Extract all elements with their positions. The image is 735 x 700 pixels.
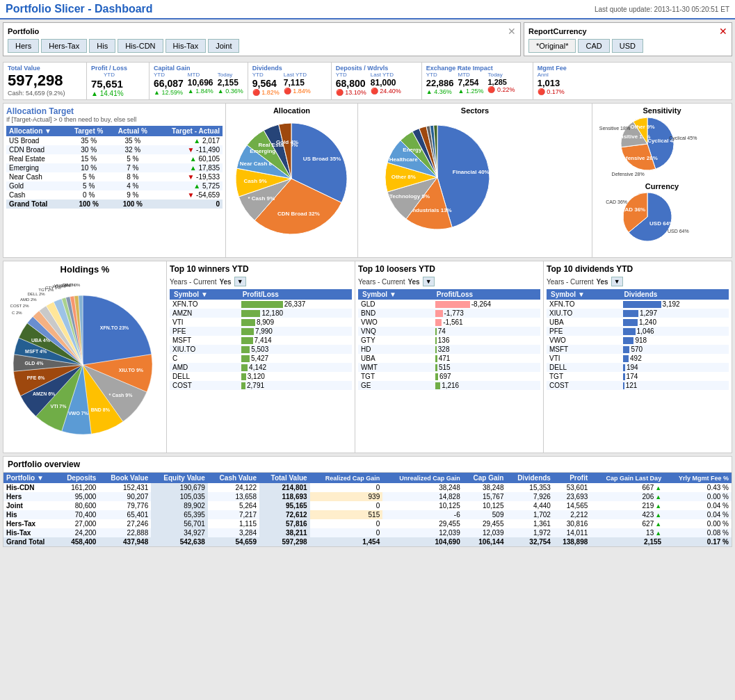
div-value: 194: [620, 363, 729, 372]
winner-value: 5,427: [239, 354, 352, 363]
sectors-title: Sectors: [361, 106, 589, 115]
ov-total-realized: 1,454: [310, 537, 383, 546]
portfolio-close-icon[interactable]: ✕: [508, 26, 516, 37]
div-symbol: TGT: [547, 372, 620, 381]
portfolio-button[interactable]: Hers-Tax: [41, 39, 87, 53]
deposits-ytd: 68,800: [336, 78, 366, 89]
portfolio-button[interactable]: His-CDN: [118, 39, 163, 53]
ov-dividends: 4,440: [506, 501, 553, 510]
svg-text:MSFT 4%: MSFT 4%: [25, 349, 47, 354]
loosers-filter-btn[interactable]: ▼: [423, 277, 435, 286]
alloc-diff: ▼ -11,490: [155, 145, 223, 154]
alloc-target: 5 %: [67, 181, 111, 190]
exchange-mtd: 7,254: [458, 78, 484, 88]
loosers-filter-yes: Yes: [407, 278, 419, 286]
ov-portfolio: His-CDN: [3, 483, 57, 492]
exchange-ytd: 22,886: [426, 78, 454, 88]
div-value: 570: [620, 345, 729, 354]
currency-button[interactable]: USD: [612, 39, 643, 53]
ov-total-value: 214,801: [259, 483, 310, 492]
portfolio-button[interactable]: Hers: [8, 39, 39, 53]
report-currency-label: ReportCurrency: [528, 27, 587, 35]
winner-value: 2,791: [239, 381, 352, 390]
ov-realized-cap: 939: [310, 492, 383, 501]
allocation-panel: Allocation Target If [Target-Actual] > 0…: [3, 104, 226, 257]
portfolio-button[interactable]: Joint: [208, 39, 239, 53]
portfolio-button[interactable]: His-Tax: [165, 39, 207, 53]
dividends-row: PFE 1,046: [547, 327, 729, 336]
loosers-title: Top 10 loosers YTD: [358, 264, 540, 274]
currency-title: Currency: [595, 182, 729, 190]
report-currency-panel: ReportCurrency ✕ *Original*CADUSD: [524, 22, 732, 56]
div-value: 1,240: [620, 318, 729, 327]
deposits-label: Deposits / Wdrvls: [336, 65, 417, 72]
ov-total-unrealized: 104,690: [382, 537, 463, 546]
svg-text:* Cash 9%: * Cash 9%: [109, 393, 134, 398]
loosers-table: Symbol ▼ Profit/Loss GLD -8,264 BND -1,7…: [358, 289, 540, 390]
dividends-ytd: 9,564: [252, 78, 280, 89]
div-value: 121: [620, 381, 729, 390]
loosers-row: GTY 136: [358, 336, 540, 345]
dividends-table-title: Top 10 dividends YTD: [547, 264, 729, 274]
ov-unrealized-cap: 10,125: [382, 501, 463, 510]
allocation-row: US Broad 35 % 35 % ▲ 2,017: [6, 136, 223, 145]
alloc-name: Near Cash: [6, 172, 67, 181]
looser-symbol: HD: [358, 345, 433, 354]
looser-value: 471: [433, 354, 540, 363]
alloc-target: 35 %: [67, 136, 111, 145]
ov-book-value: 65,401: [99, 510, 151, 519]
ov-mgmt-fee: 0.00 %: [664, 519, 732, 528]
winners-row: PFE 7,990: [170, 327, 352, 336]
looser-symbol: BND: [358, 309, 433, 318]
alloc-actual: 8 %: [111, 172, 155, 181]
total-value-box: Total Value 597,298 Cash: 54,659 (9.2%): [3, 63, 87, 99]
ov-total-value: 118,693: [259, 492, 310, 501]
div-symbol: COST: [547, 381, 620, 390]
svg-text:VTI 7%: VTI 7%: [51, 404, 67, 409]
dividends-filter-row: Years - Current Yes ▼: [547, 277, 729, 286]
ov-unrealized-cap: 38,248: [382, 483, 463, 492]
profit-loss-label: Profit / Loss: [91, 65, 127, 72]
ov-mgmt-fee: 0.04 %: [664, 501, 732, 510]
overview-section: Portfolio overview Portfolio ▼ Deposits …: [3, 456, 732, 547]
ov-total-profit: 138,898: [554, 537, 590, 546]
alloc-actual: 4 %: [111, 181, 155, 190]
allocation-chart-title: Allocation: [229, 106, 355, 115]
ov-cap-gain: 509: [463, 510, 507, 519]
loosers-row: VNQ 74: [358, 327, 540, 336]
looser-value: 1,216: [433, 381, 540, 390]
looser-symbol: TGT: [358, 372, 433, 381]
currency-button[interactable]: CAD: [578, 39, 609, 53]
overview-row: Hers-Tax 27,000 27,246 56,701 1,115 57,8…: [3, 519, 732, 528]
ov-equity-value: 105,035: [151, 492, 208, 501]
div-symbol: XFN.TO: [547, 300, 620, 309]
holdings-chart-area: Holdings % XFN.TO 23%XIU.TO 9%* Cash 9%B…: [3, 261, 167, 453]
portfolio-button[interactable]: His: [89, 39, 115, 53]
allocation-row: Gold 5 % 4 % ▲ 5,725: [6, 181, 223, 190]
loosers-row: TGT 697: [358, 372, 540, 381]
looser-value: 136: [433, 336, 540, 345]
ov-cap-gain-last: 206 ▲: [590, 492, 664, 501]
winners-filter-btn[interactable]: ▼: [234, 277, 246, 286]
ov-deposits: 80,600: [57, 501, 99, 510]
winner-symbol: VTI: [170, 318, 239, 327]
alloc-name: Cash: [6, 190, 67, 200]
total-value-label: Total Value: [8, 65, 82, 72]
ov-dividends: 1,361: [506, 519, 553, 528]
looser-symbol: GE: [358, 381, 433, 390]
winner-symbol: MSFT: [170, 336, 239, 345]
dividends-filter-btn[interactable]: ▼: [611, 277, 623, 286]
looser-value: 328: [433, 345, 540, 354]
ov-equity-value: 89,902: [151, 501, 208, 510]
winner-symbol: AMD: [170, 363, 239, 372]
dividends-row: VWO 918: [547, 336, 729, 345]
ov-total-value: 57,816: [259, 519, 310, 528]
svg-text:C 2%: C 2%: [12, 311, 22, 315]
ov-profit: 2,212: [554, 510, 590, 519]
currency-button[interactable]: *Original*: [528, 39, 576, 53]
overview-row: Hers 95,000 90,207 105,035 13,658 118,69…: [3, 492, 732, 501]
svg-text:COST 2%: COST 2%: [10, 304, 30, 308]
overview-row: His 70,400 65,401 65,395 7,217 72,612 51…: [3, 510, 732, 519]
ov-portfolio: His-Tax: [3, 528, 57, 537]
report-currency-close-icon[interactable]: ✕: [719, 26, 727, 37]
